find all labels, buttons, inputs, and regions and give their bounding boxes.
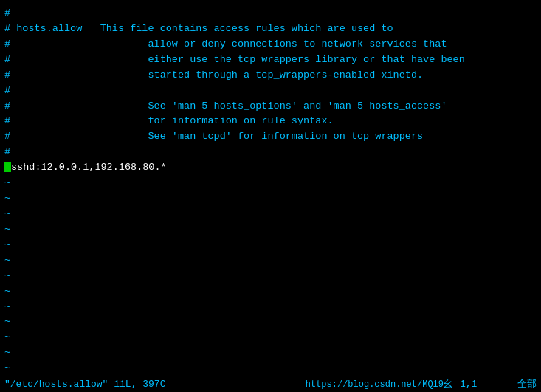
terminal-line: ~	[4, 361, 537, 376]
terminal-line: # allow or deny connections to network s…	[4, 37, 537, 52]
terminal-line: # See 'man tcpd' for information on tcp_…	[4, 129, 537, 145]
all-label: 全部	[517, 379, 537, 390]
statusbar-right: https://blog.csdn.net/MQ19幺 1,1 全部	[306, 377, 537, 391]
terminal-line: ~	[4, 253, 537, 269]
cursor-position: 1,1 全部	[460, 377, 537, 391]
terminal-line: ~	[4, 345, 537, 361]
terminal-line: ~	[4, 314, 537, 330]
terminal-line: ~	[4, 300, 537, 315]
terminal-line: # See 'man 5 hosts_options' and 'man 5 h…	[4, 99, 537, 114]
terminal-line: ~	[4, 269, 537, 284]
terminal-line: sshd:12.0.0.1,192.168.80.*	[4, 160, 537, 176]
terminal-line: ~	[4, 238, 537, 253]
terminal-line: #	[4, 6, 537, 21]
terminal-line: ~	[4, 284, 537, 300]
terminal-line: #	[4, 83, 537, 99]
terminal-line: ~	[4, 330, 537, 345]
terminal-line: ~	[4, 176, 537, 191]
cursor	[4, 162, 11, 172]
terminal-line: # hosts.allow This file contains access …	[4, 21, 537, 37]
statusbar: "/etc/hosts.allow" 11L, 397C https://blo…	[0, 376, 541, 392]
terminal-line: # for information on rule syntax.	[4, 114, 537, 129]
terminal-line: # either use the tcp_wrappers library or…	[4, 52, 537, 68]
terminal-line: ~	[4, 222, 537, 238]
terminal-line: # started through a tcp_wrappers-enabled…	[4, 68, 537, 83]
terminal-line: ~	[4, 207, 537, 222]
terminal-line: ~	[4, 191, 537, 207]
file-info: "/etc/hosts.allow" 11L, 397C	[4, 379, 165, 390]
terminal: ## hosts.allow This file contains access…	[0, 0, 541, 392]
code-content: sshd:12.0.0.1,192.168.80.*	[11, 162, 167, 173]
watermark: https://blog.csdn.net/MQ19幺	[306, 378, 452, 391]
terminal-line: #	[4, 145, 537, 160]
